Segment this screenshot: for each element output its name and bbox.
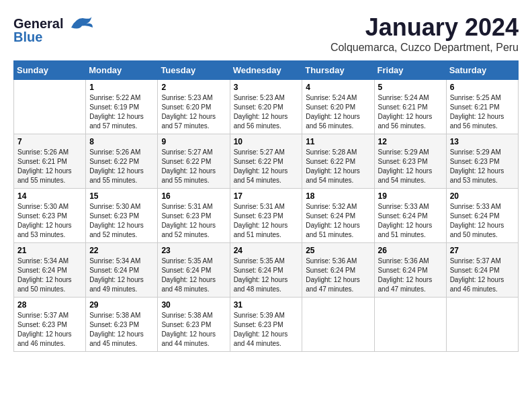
calendar-cell: 4Sunrise: 5:24 AMSunset: 6:20 PMDaylight… [302, 80, 374, 134]
day-info: Sunrise: 5:37 AMSunset: 6:23 PMDaylight:… [17, 312, 72, 347]
header-day-friday: Friday [374, 61, 446, 80]
day-number: 9 [161, 137, 226, 146]
day-info: Sunrise: 5:27 AMSunset: 6:22 PMDaylight:… [234, 148, 288, 184]
calendar-subtitle: Colquemarca, Cuzco Department, Peru [330, 42, 519, 54]
day-info: Sunrise: 5:38 AMSunset: 6:23 PMDaylight:… [161, 312, 216, 347]
day-number: 13 [450, 137, 515, 146]
calendar-cell: 15Sunrise: 5:30 AMSunset: 6:23 PMDayligh… [86, 189, 158, 243]
day-info: Sunrise: 5:23 AMSunset: 6:20 PMDaylight:… [161, 94, 216, 130]
day-info: Sunrise: 5:25 AMSunset: 6:21 PMDaylight:… [450, 94, 504, 130]
calendar-cell: 20Sunrise: 5:33 AMSunset: 6:24 PMDayligh… [446, 189, 518, 243]
calendar-cell: 11Sunrise: 5:28 AMSunset: 6:22 PMDayligh… [302, 134, 374, 189]
calendar-cell [446, 298, 518, 352]
day-info: Sunrise: 5:36 AMSunset: 6:24 PMDaylight:… [378, 257, 433, 293]
calendar-cell: 23Sunrise: 5:35 AMSunset: 6:24 PMDayligh… [158, 243, 230, 298]
day-info: Sunrise: 5:30 AMSunset: 6:23 PMDaylight:… [89, 203, 144, 238]
week-row-5: 28Sunrise: 5:37 AMSunset: 6:23 PMDayligh… [14, 298, 519, 352]
calendar-cell: 13Sunrise: 5:29 AMSunset: 6:23 PMDayligh… [446, 134, 518, 189]
day-number: 8 [89, 137, 154, 146]
day-number: 20 [450, 191, 515, 201]
calendar-cell: 31Sunrise: 5:39 AMSunset: 6:23 PMDayligh… [230, 298, 302, 352]
day-info: Sunrise: 5:29 AMSunset: 6:23 PMDaylight:… [450, 148, 504, 184]
header-day-thursday: Thursday [302, 61, 374, 80]
day-info: Sunrise: 5:37 AMSunset: 6:24 PMDaylight:… [450, 257, 504, 293]
header-day-monday: Monday [86, 61, 158, 80]
day-number: 7 [17, 137, 82, 146]
day-number: 23 [161, 246, 226, 255]
calendar-cell: 18Sunrise: 5:32 AMSunset: 6:24 PMDayligh… [302, 189, 374, 243]
calendar-cell: 28Sunrise: 5:37 AMSunset: 6:23 PMDayligh… [14, 298, 86, 352]
day-number: 19 [378, 191, 443, 201]
day-info: Sunrise: 5:34 AMSunset: 6:24 PMDaylight:… [89, 257, 144, 293]
day-number: 1 [89, 83, 154, 92]
logo-blue: Blue [13, 30, 42, 45]
day-info: Sunrise: 5:34 AMSunset: 6:24 PMDaylight:… [17, 257, 72, 293]
day-info: Sunrise: 5:38 AMSunset: 6:23 PMDaylight:… [89, 312, 144, 347]
week-row-4: 21Sunrise: 5:34 AMSunset: 6:24 PMDayligh… [14, 243, 519, 298]
calendar-table: SundayMondayTuesdayWednesdayThursdayFrid… [13, 60, 519, 352]
day-number: 5 [378, 83, 443, 92]
day-number: 14 [17, 191, 82, 201]
day-number: 4 [306, 83, 370, 92]
calendar-cell: 21Sunrise: 5:34 AMSunset: 6:24 PMDayligh… [14, 243, 86, 298]
day-info: Sunrise: 5:39 AMSunset: 6:23 PMDaylight:… [234, 312, 288, 347]
calendar-cell: 3Sunrise: 5:23 AMSunset: 6:20 PMDaylight… [230, 80, 302, 134]
day-number: 3 [234, 83, 299, 92]
week-row-1: 1Sunrise: 5:22 AMSunset: 6:19 PMDaylight… [14, 80, 519, 134]
day-info: Sunrise: 5:24 AMSunset: 6:20 PMDaylight:… [306, 94, 360, 130]
calendar-cell: 16Sunrise: 5:31 AMSunset: 6:23 PMDayligh… [158, 189, 230, 243]
day-number: 2 [161, 83, 226, 92]
day-info: Sunrise: 5:28 AMSunset: 6:22 PMDaylight:… [306, 148, 360, 184]
calendar-cell [374, 298, 446, 352]
calendar-title: January 2024 [330, 13, 519, 42]
calendar-cell: 12Sunrise: 5:29 AMSunset: 6:23 PMDayligh… [374, 134, 446, 189]
day-info: Sunrise: 5:31 AMSunset: 6:23 PMDaylight:… [161, 203, 216, 238]
calendar-cell: 8Sunrise: 5:26 AMSunset: 6:22 PMDaylight… [86, 134, 158, 189]
calendar-cell: 29Sunrise: 5:38 AMSunset: 6:23 PMDayligh… [86, 298, 158, 352]
day-number: 12 [378, 137, 443, 146]
header-day-wednesday: Wednesday [230, 61, 302, 80]
day-number: 21 [17, 246, 82, 255]
day-info: Sunrise: 5:22 AMSunset: 6:19 PMDaylight:… [89, 94, 144, 130]
logo-bird-icon [66, 13, 93, 34]
day-info: Sunrise: 5:26 AMSunset: 6:21 PMDaylight:… [17, 148, 72, 184]
calendar-header: SundayMondayTuesdayWednesdayThursdayFrid… [14, 61, 519, 80]
calendar-cell: 10Sunrise: 5:27 AMSunset: 6:22 PMDayligh… [230, 134, 302, 189]
logo: General Blue [13, 13, 93, 45]
day-info: Sunrise: 5:27 AMSunset: 6:22 PMDaylight:… [161, 148, 216, 184]
day-info: Sunrise: 5:35 AMSunset: 6:24 PMDaylight:… [161, 257, 216, 293]
calendar-cell: 6Sunrise: 5:25 AMSunset: 6:21 PMDaylight… [446, 80, 518, 134]
day-number: 18 [306, 191, 370, 201]
calendar-cell: 19Sunrise: 5:33 AMSunset: 6:24 PMDayligh… [374, 189, 446, 243]
day-info: Sunrise: 5:30 AMSunset: 6:23 PMDaylight:… [17, 203, 72, 238]
calendar-cell [14, 80, 86, 134]
day-number: 28 [17, 300, 82, 310]
day-number: 11 [306, 137, 370, 146]
header: General Blue January 2024 Colquemarca, C… [13, 13, 519, 54]
day-info: Sunrise: 5:24 AMSunset: 6:21 PMDaylight:… [378, 94, 433, 130]
calendar-cell: 9Sunrise: 5:27 AMSunset: 6:22 PMDaylight… [158, 134, 230, 189]
day-number: 31 [234, 300, 299, 310]
day-number: 27 [450, 246, 515, 255]
day-number: 6 [450, 83, 515, 92]
day-info: Sunrise: 5:32 AMSunset: 6:24 PMDaylight:… [306, 203, 360, 238]
day-number: 16 [161, 191, 226, 201]
calendar-cell: 22Sunrise: 5:34 AMSunset: 6:24 PMDayligh… [86, 243, 158, 298]
title-area: January 2024 Colquemarca, Cuzco Departme… [330, 13, 519, 54]
calendar-cell: 30Sunrise: 5:38 AMSunset: 6:23 PMDayligh… [158, 298, 230, 352]
day-info: Sunrise: 5:35 AMSunset: 6:24 PMDaylight:… [234, 257, 288, 293]
day-number: 29 [89, 300, 154, 310]
day-info: Sunrise: 5:33 AMSunset: 6:24 PMDaylight:… [378, 203, 433, 238]
calendar-cell: 27Sunrise: 5:37 AMSunset: 6:24 PMDayligh… [446, 243, 518, 298]
calendar-cell [302, 298, 374, 352]
day-number: 30 [161, 300, 226, 310]
day-info: Sunrise: 5:26 AMSunset: 6:22 PMDaylight:… [89, 148, 144, 184]
day-info: Sunrise: 5:31 AMSunset: 6:23 PMDaylight:… [234, 203, 288, 238]
header-day-sunday: Sunday [14, 61, 86, 80]
day-info: Sunrise: 5:33 AMSunset: 6:24 PMDaylight:… [450, 203, 504, 238]
calendar-cell: 24Sunrise: 5:35 AMSunset: 6:24 PMDayligh… [230, 243, 302, 298]
day-number: 15 [89, 191, 154, 201]
calendar-cell: 2Sunrise: 5:23 AMSunset: 6:20 PMDaylight… [158, 80, 230, 134]
day-number: 22 [89, 246, 154, 255]
calendar-cell: 17Sunrise: 5:31 AMSunset: 6:23 PMDayligh… [230, 189, 302, 243]
